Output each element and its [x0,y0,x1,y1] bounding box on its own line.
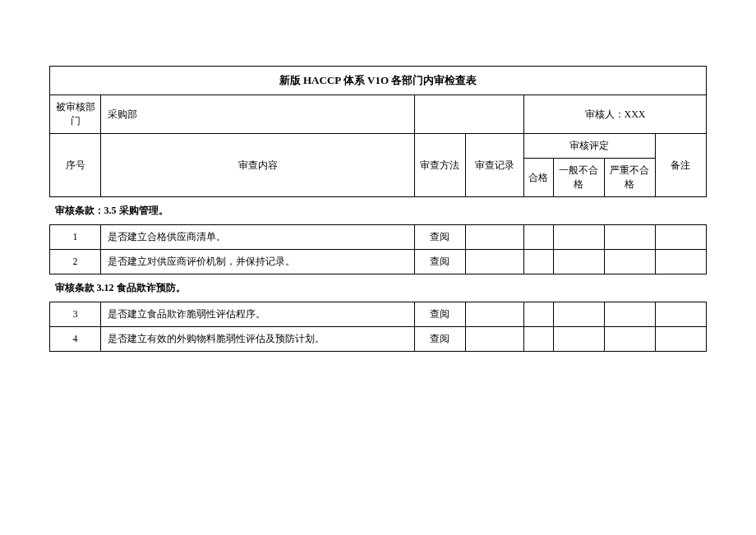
section-heading: 审核条款 3.12 食品欺诈预防。 [50,274,707,302]
title-row: 新版 HACCP 体系 V1O 各部门内审检查表 [50,67,707,95]
dept-label: 被审核部门 [50,95,101,134]
cell-rating-major [604,327,655,352]
hdr-rating-group: 审核评定 [524,134,656,159]
cell-method: 查阅 [414,327,465,352]
table-row: 1 是否建立合格供应商清单。 查阅 [50,225,707,250]
section-heading: 审核条款：3.5 采购管理。 [50,197,707,225]
meta-row: 被审核部门 采购部 审核人：XXX [50,95,707,134]
hdr-rating-pass: 合格 [524,159,554,197]
hdr-note: 备注 [655,134,706,197]
section-label: 审核条款 3.12 食品欺诈预防。 [50,274,707,302]
cell-record [466,225,524,250]
cell-content: 是否建立食品欺诈脆弱性评估程序。 [101,302,415,327]
hdr-content: 审查内容 [101,134,415,197]
hdr-rating-major: 严重不合格 [604,159,655,197]
table-row: 4 是否建立有效的外购物料脆弱性评估及预防计划。 查阅 [50,327,707,352]
hdr-seq: 序号 [50,134,101,197]
hdr-rating-fail: 一般不合格 [553,159,604,197]
hdr-method: 审查方法 [414,134,465,197]
cell-rating-pass [524,250,554,274]
cell-rating-fail [553,250,604,274]
hdr-record: 审查记录 [466,134,524,197]
cell-seq: 2 [50,250,101,274]
cell-seq: 3 [50,302,101,327]
table-row: 2 是否建立对供应商评价机制，并保持记录。 查阅 [50,250,707,274]
cell-seq: 1 [50,225,101,250]
section-label: 审核条款：3.5 采购管理。 [50,197,707,225]
checklist-table: 新版 HACCP 体系 V1O 各部门内审检查表 被审核部门 采购部 审核人：X… [49,66,707,352]
meta-spacer [414,95,523,134]
cell-content: 是否建立对供应商评价机制，并保持记录。 [101,250,415,274]
auditor-value: XXX [625,108,646,120]
cell-method: 查阅 [414,225,465,250]
cell-rating-fail [553,225,604,250]
checklist-table-wrap: 新版 HACCP 体系 V1O 各部门内审检查表 被审核部门 采购部 审核人：X… [49,66,707,352]
cell-method: 查阅 [414,250,465,274]
cell-rating-fail [553,327,604,352]
cell-rating-major [604,225,655,250]
cell-record [466,327,524,352]
cell-note [655,302,706,327]
cell-rating-pass [524,327,554,352]
cell-rating-fail [553,302,604,327]
cell-content: 是否建立有效的外购物料脆弱性评估及预防计划。 [101,327,415,352]
cell-record [466,250,524,274]
auditor-label: 审核人： [585,108,625,120]
cell-method: 查阅 [414,302,465,327]
table-row: 3 是否建立食品欺诈脆弱性评估程序。 查阅 [50,302,707,327]
cell-note [655,250,706,274]
cell-note [655,225,706,250]
cell-seq: 4 [50,327,101,352]
cell-rating-major [604,250,655,274]
header-row-1: 序号 审查内容 审查方法 审查记录 审核评定 备注 [50,134,707,159]
cell-record [466,302,524,327]
cell-rating-pass [524,225,554,250]
auditor-cell: 审核人：XXX [524,95,707,134]
cell-rating-pass [524,302,554,327]
dept-value: 采购部 [101,95,415,134]
cell-content: 是否建立合格供应商清单。 [101,225,415,250]
cell-note [655,327,706,352]
doc-title: 新版 HACCP 体系 V1O 各部门内审检查表 [50,67,707,95]
cell-rating-major [604,302,655,327]
